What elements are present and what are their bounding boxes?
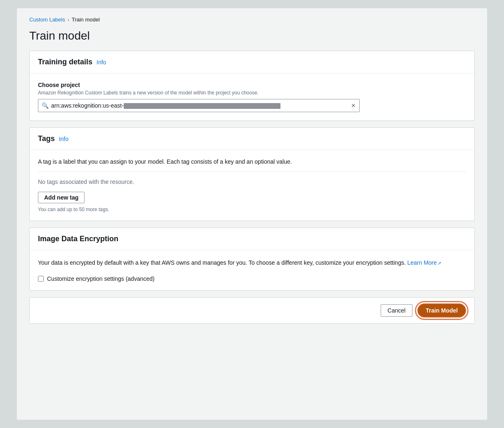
footer-bar: Cancel Train Model: [29, 297, 475, 324]
training-details-header: Training details Info: [30, 51, 474, 73]
tags-info-link[interactable]: Info: [59, 136, 68, 142]
breadcrumb-separator: ›: [68, 17, 69, 23]
encryption-description-text: Your data is encrypted by default with a…: [38, 259, 406, 266]
training-details-title: Training details: [38, 58, 92, 66]
tags-header: Tags Info: [30, 128, 474, 150]
add-new-tag-button[interactable]: Add new tag: [38, 192, 85, 203]
training-details-body: Choose project Amazon Rekognition Custom…: [30, 73, 474, 120]
tags-divider: [38, 172, 466, 172]
choose-project-description: Amazon Rekognition Custom Labels trains …: [38, 90, 466, 96]
breadcrumb-current-page: Train model: [72, 16, 100, 23]
clear-search-button[interactable]: ✕: [351, 102, 356, 109]
choose-project-label: Choose project: [38, 82, 466, 88]
cancel-button[interactable]: Cancel: [381, 304, 413, 317]
encryption-title: Image Data Encryption: [38, 235, 118, 243]
encryption-body: Your data is encrypted by default with a…: [30, 250, 474, 290]
no-tags-text: No tags associated with the resource.: [38, 179, 466, 185]
tags-section: Tags Info A tag is a label that you can …: [29, 127, 475, 221]
train-model-button[interactable]: Train Model: [417, 303, 466, 317]
encryption-description: Your data is encrypted by default with a…: [38, 259, 466, 267]
breadcrumb-custom-labels-link[interactable]: Custom Labels: [29, 16, 65, 23]
project-search-input-wrapper[interactable]: 🔍 arn:aws:rekognition:us-east- ✕: [38, 99, 360, 112]
external-link-icon: ➚: [438, 261, 441, 266]
customize-encryption-label: Customize encryption settings (advanced): [47, 275, 155, 282]
breadcrumb: Custom Labels › Train model: [29, 16, 475, 23]
tags-body: A tag is a label that you can assign to …: [30, 150, 474, 221]
page-title: Train model: [29, 29, 475, 42]
customize-encryption-row: Customize encryption settings (advanced): [38, 275, 466, 282]
tags-description: A tag is a label that you can assign to …: [38, 158, 466, 165]
tags-limit-text: You can add up to 50 more tags.: [38, 207, 466, 212]
learn-more-link[interactable]: Learn More➚: [407, 259, 441, 266]
training-details-section: Training details Info Choose project Ama…: [29, 51, 475, 121]
search-icon: 🔍: [42, 102, 49, 109]
project-arn-text: arn:aws:rekognition:us-east-: [51, 102, 349, 109]
encryption-header: Image Data Encryption: [30, 228, 474, 250]
tags-title: Tags: [38, 134, 55, 143]
arn-masked-value: [124, 103, 280, 109]
training-details-info-link[interactable]: Info: [97, 59, 106, 66]
customize-encryption-checkbox[interactable]: [38, 276, 44, 282]
encryption-section: Image Data Encryption Your data is encry…: [29, 228, 475, 291]
